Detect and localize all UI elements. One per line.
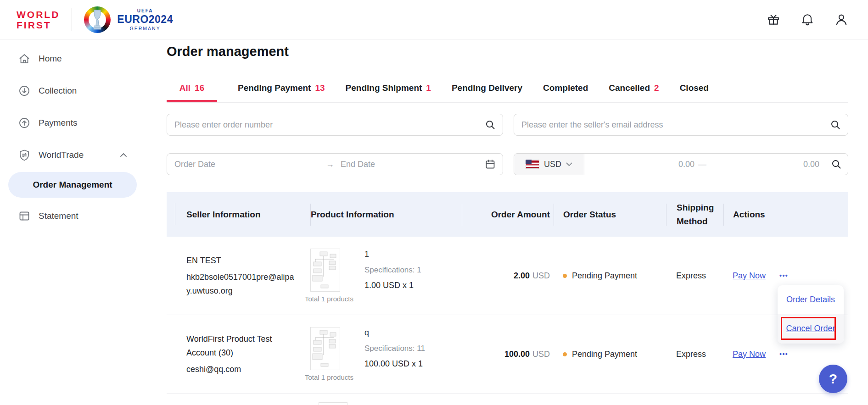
table-row-partial xyxy=(167,394,848,405)
sidebar-item-home[interactable]: Home xyxy=(0,43,146,75)
help-button[interactable]: ? xyxy=(819,365,847,393)
order-number-input[interactable] xyxy=(167,120,485,130)
worldtrade-icon xyxy=(18,149,30,161)
product-thumbnail[interactable] xyxy=(310,327,340,370)
page-title: Order management xyxy=(167,44,848,59)
worldfirst-logo[interactable]: WORLD FIRST xyxy=(17,9,60,30)
order-number-field xyxy=(167,114,503,136)
main-content: Order management All16 Pending Payment13… xyxy=(167,40,848,405)
product-name: 1 xyxy=(364,250,421,259)
sidebar-item-order-management[interactable]: Order Management xyxy=(8,172,137,198)
brand-line1: WORLD xyxy=(17,9,60,20)
sidebar: Home Collection Payments WorldTrade Orde… xyxy=(0,40,146,405)
pay-now-link[interactable]: Pay Now xyxy=(733,350,766,359)
menu-item-cancel-order[interactable]: Cancel Order xyxy=(778,314,844,344)
order-tabs: All16 Pending Payment13 Pending Shipment… xyxy=(167,78,848,103)
status-dot xyxy=(563,274,567,278)
home-icon xyxy=(18,53,30,65)
sidebar-item-label: WorldTrade xyxy=(39,150,84,160)
tab-all[interactable]: All16 xyxy=(167,78,217,102)
order-amount-currency: USD xyxy=(532,271,550,281)
product-total: Total 1 products xyxy=(305,373,353,381)
product-thumbnail xyxy=(319,402,347,405)
sidebar-item-collection[interactable]: Collection xyxy=(0,75,146,107)
tab-completed[interactable]: Completed xyxy=(543,78,588,102)
euro-year: 2024 xyxy=(149,13,173,25)
sidebar-item-payments[interactable]: Payments xyxy=(0,107,146,139)
collection-icon xyxy=(18,85,30,97)
calendar-icon[interactable] xyxy=(485,159,495,169)
tab-pending-payment[interactable]: Pending Payment13 xyxy=(238,78,325,102)
orders-table: Seller Information Product Information O… xyxy=(167,192,848,405)
seller-name: EN TEST xyxy=(186,254,297,267)
sidebar-item-label: Statement xyxy=(39,211,78,221)
search-icon[interactable] xyxy=(831,159,841,169)
amount-max-input[interactable] xyxy=(709,160,831,169)
sidebar-item-label: Order Management xyxy=(33,180,112,190)
logo-divider xyxy=(72,8,72,31)
end-date-placeholder[interactable]: End Date xyxy=(341,160,485,169)
shipping-method: Express xyxy=(676,271,706,281)
sidebar-item-label: Collection xyxy=(39,86,77,96)
product-specifications: Specifications: 1 xyxy=(364,266,421,275)
tab-pending-delivery[interactable]: Pending Delivery xyxy=(452,78,522,102)
tab-pending-shipment[interactable]: Pending Shipment1 xyxy=(346,78,431,102)
euro-label: EURO xyxy=(117,13,148,25)
currency-selector[interactable]: USD xyxy=(514,154,584,175)
shipping-method: Express xyxy=(676,350,706,359)
uefa-label: UEFA xyxy=(137,8,153,13)
search-icon[interactable] xyxy=(830,120,840,130)
col-order-amount: Order Amount xyxy=(462,204,554,226)
amount-min-input[interactable] xyxy=(584,160,694,169)
seller-email-field xyxy=(514,114,848,136)
sidebar-item-label: Home xyxy=(39,54,62,64)
order-amount-value: 2.00 xyxy=(514,271,530,281)
order-status: Pending Payment xyxy=(572,271,637,281)
sidebar-item-label: Payments xyxy=(39,118,77,128)
bell-icon[interactable] xyxy=(801,13,814,26)
col-order-status: Order Status xyxy=(554,204,666,226)
status-dot xyxy=(563,352,567,356)
table-row: EN TEST hkb2bsole0517001pre@alipay.uwtus… xyxy=(167,237,848,315)
date-range-field[interactable]: Order Date → End Date xyxy=(167,153,503,175)
currency-code: USD xyxy=(544,160,561,169)
date-range-arrow: → xyxy=(326,160,334,169)
payments-icon xyxy=(18,117,30,129)
more-actions-button[interactable]: ••• xyxy=(779,350,788,358)
chevron-down-icon xyxy=(566,162,572,166)
seller-email: ceshi@qq.com xyxy=(186,362,297,376)
table-row: WorldFirst Product Test Account (30) ces… xyxy=(167,315,848,394)
euro-trophy-icon xyxy=(84,6,111,33)
amount-range-field: USD — xyxy=(514,153,848,175)
order-amount-value: 100.00 xyxy=(504,350,530,359)
brand-line2: FIRST xyxy=(17,20,60,30)
product-unit-price: 1.00 USD x 1 xyxy=(364,281,421,290)
col-actions: Actions xyxy=(723,204,848,226)
search-icon[interactable] xyxy=(485,120,495,130)
order-amount-currency: USD xyxy=(532,350,550,359)
tab-cancelled[interactable]: Cancelled2 xyxy=(609,78,659,102)
more-actions-button[interactable]: ••• xyxy=(779,272,788,279)
chevron-up-icon xyxy=(120,153,127,157)
tab-closed[interactable]: Closed xyxy=(680,78,709,102)
seller-email-input[interactable] xyxy=(514,120,830,130)
pay-now-link[interactable]: Pay Now xyxy=(733,271,766,281)
product-unit-price: 100.00 USD x 1 xyxy=(364,359,425,369)
user-icon[interactable] xyxy=(835,13,848,26)
menu-item-order-details[interactable]: Order Details xyxy=(778,285,844,314)
euro2024-logo: UEFA EURO2024 GERMANY xyxy=(84,6,173,33)
product-specifications: Specifications: 11 xyxy=(364,344,425,353)
product-thumbnail[interactable] xyxy=(310,249,340,292)
amount-range-dash: — xyxy=(698,160,706,169)
order-status: Pending Payment xyxy=(572,350,637,359)
sidebar-item-worldtrade[interactable]: WorldTrade xyxy=(0,139,146,171)
top-header: WORLD FIRST UEFA EURO2024 GERMANY xyxy=(0,0,868,39)
seller-email: hkb2bsole0517001pre@alipay.uwtuso.org xyxy=(186,270,297,298)
col-shipping-method: Shipping Method xyxy=(666,204,723,226)
col-product-information: Product Information xyxy=(310,204,462,226)
table-header-row: Seller Information Product Information O… xyxy=(167,192,848,237)
seller-name: WorldFirst Product Test Account (30) xyxy=(186,332,297,360)
sidebar-item-statement[interactable]: Statement xyxy=(0,200,146,232)
order-date-placeholder[interactable]: Order Date xyxy=(174,160,326,169)
gift-icon[interactable] xyxy=(767,13,780,26)
